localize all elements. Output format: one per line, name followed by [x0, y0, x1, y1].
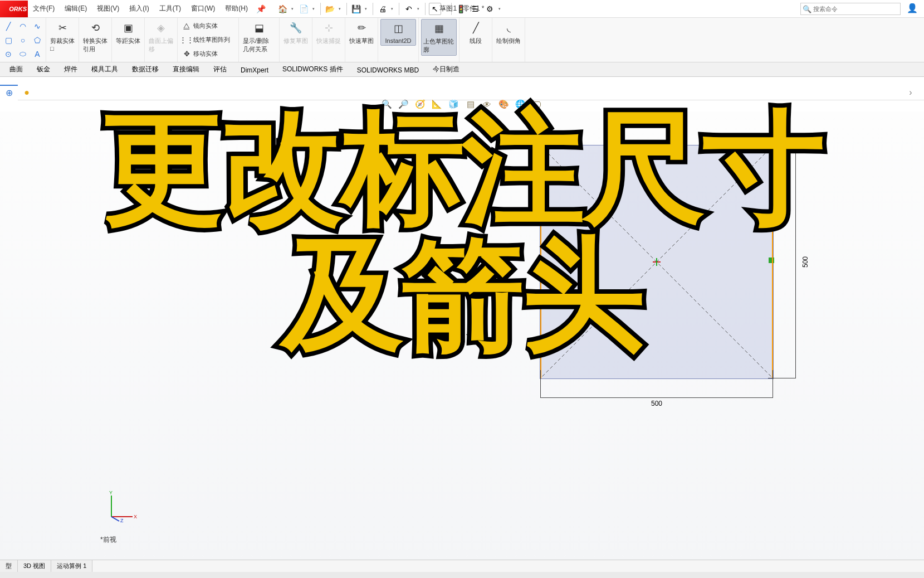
relation-marker[interactable] [769, 258, 774, 263]
line-segment-tool[interactable]: ╱线段 [462, 19, 490, 46]
tab-mbd[interactable]: SOLIDWORKS MBD [350, 64, 426, 76]
dropdown-icon[interactable]: ▾ [365, 7, 369, 11]
user-icon[interactable]: 👤 [906, 3, 918, 15]
settings-icon[interactable]: ⚙ [484, 3, 496, 15]
undo-icon[interactable]: ↶ [403, 3, 415, 15]
dropdown-icon[interactable]: ▾ [417, 7, 422, 11]
tab-addins[interactable]: SOLIDWORKS 插件 [275, 62, 350, 76]
move-icon: ✥ [182, 50, 191, 59]
dropdown-icon[interactable]: ▾ [498, 7, 503, 11]
dropdown-icon[interactable]: ▾ [291, 7, 296, 11]
quick-sketch-icon: ✏ [354, 20, 369, 36]
print-icon[interactable]: 🖨 [377, 3, 389, 15]
bottom-tab-3dview[interactable]: 3D 视图 [18, 560, 51, 572]
open-icon[interactable]: 📂 [324, 3, 336, 15]
pattern-icon: ⋮⋮ [182, 36, 191, 45]
view-orient-icon[interactable]: 🧊 [448, 98, 460, 110]
zoom-fit-icon[interactable]: 🔍 [381, 98, 393, 110]
menu-edit[interactable]: 编辑(E) [60, 4, 92, 13]
dropdown-icon[interactable]: ▾ [312, 7, 317, 11]
graphics-area[interactable]: 500 500 Y X Z *前视 [0, 111, 924, 561]
view-settings-icon[interactable]: 🖵 [531, 98, 544, 110]
convert-tool[interactable]: ⟲转换实体引用 [81, 19, 109, 55]
menu-tools[interactable]: 工具(T) [154, 4, 186, 13]
dim-line [795, 145, 796, 378]
tab-weldments[interactable]: 焊件 [57, 62, 85, 76]
text-tool-icon[interactable]: A [31, 48, 43, 60]
slot-tool-icon[interactable]: ⬭ [17, 48, 29, 60]
save-icon[interactable]: 💾 [350, 3, 363, 15]
tab-mold[interactable]: 模具工具 [84, 62, 125, 76]
prev-view-icon[interactable]: 🧭 [414, 98, 427, 110]
rect-tool-icon[interactable]: ▢ [2, 34, 14, 46]
arc-tool-icon[interactable]: ◠ [17, 20, 29, 32]
new-icon[interactable]: 📄 [298, 3, 310, 15]
tab-data[interactable]: 数据迁移 [125, 62, 166, 76]
edge-left[interactable] [540, 145, 541, 378]
menu-file[interactable]: 文件(F) [28, 4, 60, 13]
section-icon[interactable]: 📐 [431, 98, 443, 110]
surface-offset-icon: ◈ [153, 20, 169, 36]
menu-view[interactable]: 视图(V) [92, 4, 124, 13]
sketch-rectangle[interactable]: 500 500 [540, 145, 774, 379]
fillet-tool[interactable]: ◟绘制倒角 [495, 19, 522, 46]
shade-sketch-tool[interactable]: ▦上色草图轮廓 [421, 19, 457, 56]
dim-value-h[interactable]: 500 [651, 400, 662, 407]
display-style-icon[interactable]: ▤ [465, 98, 477, 110]
trim-tool[interactable]: ✂剪裁实体□ [48, 19, 76, 53]
ext-line [773, 370, 773, 398]
polygon-tool-icon[interactable]: ⬠ [31, 34, 43, 46]
circle-tool-icon[interactable]: ○ [17, 34, 29, 46]
tab-evaluate[interactable]: 评估 [206, 62, 234, 76]
tab-dimxpert[interactable]: DimXpert [233, 64, 276, 76]
edge-right[interactable] [772, 145, 773, 378]
show-relations-tool[interactable]: ⬓显示/删除几何关系 [241, 19, 277, 55]
bottom-tab-motion[interactable]: 运动算例 1 [51, 560, 92, 572]
dimension-horizontal[interactable]: 500 [540, 390, 773, 412]
quick-sketch-tool[interactable]: ✏快速草图 [348, 19, 375, 46]
menu-help[interactable]: 帮助(H) [220, 4, 253, 13]
command-manager-tabs: 曲面 钣金 焊件 模具工具 数据迁移 直接编辑 评估 DimXpert SOLI… [0, 62, 924, 77]
dropdown-icon[interactable]: ▾ [339, 7, 343, 11]
mirror-tool[interactable]: ⧋镜向实体 [180, 21, 236, 32]
tab-mfg[interactable]: 今日制造 [426, 62, 467, 76]
mirror-icon: ⧋ [182, 22, 191, 31]
view-triad[interactable]: Y X Z [106, 489, 139, 522]
dropdown-icon[interactable]: ▾ [391, 7, 395, 11]
fillet-icon: ◟ [501, 20, 516, 36]
scene-icon[interactable]: 🌐 [515, 98, 527, 110]
dim-value-v[interactable]: 500 [801, 256, 809, 268]
feature-tree-tab-icon[interactable]: ⊕ [0, 85, 18, 100]
bottom-tab-model[interactable]: 型 [0, 560, 18, 572]
move-tool[interactable]: ✥移动实体 [180, 48, 236, 60]
spline-tool-icon[interactable]: ∿ [31, 20, 43, 32]
separator [399, 3, 399, 15]
document-title: 草图1 - 零件1 * [439, 4, 484, 13]
zoom-area-icon[interactable]: 🔎 [398, 98, 410, 110]
instant2d-tool[interactable]: ◫Instant2D [380, 19, 416, 46]
pin-icon[interactable]: 📌 [256, 4, 266, 13]
expand-icon[interactable]: › [902, 85, 920, 100]
menu-window[interactable]: 窗口(W) [186, 4, 220, 13]
tab-surface[interactable]: 曲面 [2, 62, 30, 76]
tab-directedit[interactable]: 直接编辑 [165, 62, 207, 76]
search-input[interactable] [813, 6, 900, 12]
hide-show-icon[interactable]: 👁 [481, 98, 493, 110]
tab-sheetmetal[interactable]: 钣金 [30, 62, 57, 76]
shade-icon: ▦ [431, 21, 447, 36]
repair-icon: 🔧 [288, 20, 304, 36]
search-box[interactable]: 🔍 [800, 3, 901, 15]
offset-tool[interactable]: ▣等距实体 [114, 19, 142, 46]
pattern-tool[interactable]: ⋮⋮线性草图阵列 [180, 35, 236, 46]
menu-insert[interactable]: 插入(I) [124, 4, 154, 13]
appearance-icon[interactable]: 🎨 [498, 98, 510, 110]
menu-bar: ORKS 文件(F) 编辑(E) 视图(V) 插入(I) 工具(T) 窗口(W)… [0, 0, 924, 18]
ellipse-tool-icon[interactable]: ⊙ [2, 48, 14, 60]
home-icon[interactable]: 🏠 [277, 3, 289, 15]
line-tool-icon[interactable]: ╱ [2, 20, 14, 32]
ext-line [540, 370, 541, 398]
app-logo: ORKS [0, 1, 28, 17]
appearances-tab-icon[interactable]: ● [18, 85, 36, 100]
dimension-vertical[interactable]: 500 [788, 145, 810, 378]
svg-line-8 [111, 517, 119, 521]
